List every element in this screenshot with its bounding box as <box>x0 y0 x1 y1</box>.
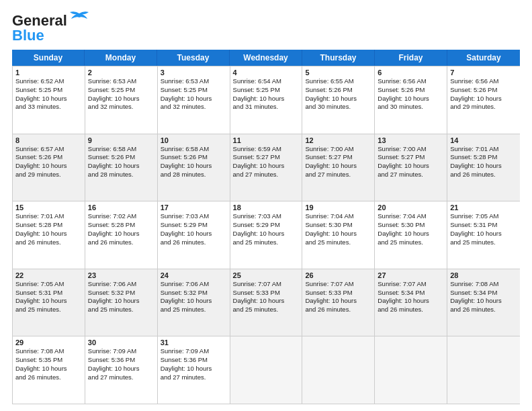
calendar-cell: 28Sunrise: 7:08 AM Sunset: 5:34 PM Dayli… <box>447 269 520 336</box>
day-number: 6 <box>378 68 444 77</box>
day-number: 18 <box>233 203 300 212</box>
day-number: 13 <box>378 136 444 144</box>
day-number: 16 <box>88 203 154 212</box>
calendar-cell: 4Sunrise: 6:54 AM Sunset: 5:25 PM Daylig… <box>230 66 303 134</box>
day-info: Sunrise: 7:08 AM Sunset: 5:35 PM Dayligh… <box>15 347 82 381</box>
day-info: Sunrise: 7:01 AM Sunset: 5:28 PM Dayligh… <box>15 212 82 246</box>
day-info: Sunrise: 6:53 AM Sunset: 5:25 PM Dayligh… <box>161 77 227 111</box>
calendar-cell: 7Sunrise: 6:56 AM Sunset: 5:26 PM Daylig… <box>447 66 520 134</box>
day-number: 8 <box>15 136 82 144</box>
calendar-cell: 16Sunrise: 7:02 AM Sunset: 5:28 PM Dayli… <box>85 201 158 269</box>
day-info: Sunrise: 6:56 AM Sunset: 5:26 PM Dayligh… <box>450 77 517 111</box>
day-number: 14 <box>450 136 517 144</box>
calendar-cell: 12Sunrise: 7:00 AM Sunset: 5:27 PM Dayli… <box>302 134 375 201</box>
calendar-cell: 27Sunrise: 7:07 AM Sunset: 5:34 PM Dayli… <box>375 269 447 336</box>
day-number: 7 <box>450 68 517 77</box>
day-info: Sunrise: 7:05 AM Sunset: 5:31 PM Dayligh… <box>15 280 82 314</box>
day-info: Sunrise: 6:52 AM Sunset: 5:25 PM Dayligh… <box>15 77 82 111</box>
day-number: 31 <box>161 338 227 347</box>
calendar-cell: 6Sunrise: 6:56 AM Sunset: 5:26 PM Daylig… <box>375 66 447 134</box>
day-number: 9 <box>88 136 154 144</box>
calendar: SundayMondayTuesdayWednesdayThursdayFrid… <box>12 50 520 404</box>
day-number: 28 <box>450 271 517 279</box>
day-number: 10 <box>161 136 227 144</box>
calendar-cell <box>230 336 303 404</box>
day-number: 24 <box>161 271 227 279</box>
calendar-cell: 24Sunrise: 7:06 AM Sunset: 5:32 PM Dayli… <box>158 269 230 336</box>
day-number: 21 <box>450 203 517 212</box>
day-number: 2 <box>88 68 154 77</box>
calendar-cell: 3Sunrise: 6:53 AM Sunset: 5:25 PM Daylig… <box>158 66 230 134</box>
day-info: Sunrise: 7:02 AM Sunset: 5:28 PM Dayligh… <box>88 212 154 246</box>
day-info: Sunrise: 6:56 AM Sunset: 5:26 PM Dayligh… <box>378 77 444 111</box>
calendar-cell: 20Sunrise: 7:04 AM Sunset: 5:30 PM Dayli… <box>375 201 447 269</box>
calendar-cell: 1Sunrise: 6:52 AM Sunset: 5:25 PM Daylig… <box>13 66 85 134</box>
calendar-cell: 23Sunrise: 7:06 AM Sunset: 5:32 PM Dayli… <box>85 269 158 336</box>
header-cell-wednesday: Wednesday <box>230 50 302 66</box>
calendar-cell: 31Sunrise: 7:09 AM Sunset: 5:36 PM Dayli… <box>158 336 230 404</box>
day-info: Sunrise: 7:04 AM Sunset: 5:30 PM Dayligh… <box>305 212 371 246</box>
calendar-row-4: 22Sunrise: 7:05 AM Sunset: 5:31 PM Dayli… <box>13 269 520 336</box>
day-number: 25 <box>233 271 300 279</box>
day-number: 17 <box>161 203 227 212</box>
day-info: Sunrise: 7:09 AM Sunset: 5:36 PM Dayligh… <box>88 347 154 381</box>
day-number: 22 <box>15 271 82 279</box>
calendar-cell: 13Sunrise: 7:00 AM Sunset: 5:27 PM Dayli… <box>375 134 447 201</box>
day-info: Sunrise: 7:00 AM Sunset: 5:27 PM Dayligh… <box>378 145 444 179</box>
day-number: 1 <box>15 68 82 77</box>
page: General Blue SundayMondayTuesdayWednesda… <box>0 0 532 411</box>
day-info: Sunrise: 6:54 AM Sunset: 5:25 PM Dayligh… <box>233 77 300 111</box>
calendar-cell: 26Sunrise: 7:07 AM Sunset: 5:33 PM Dayli… <box>302 269 375 336</box>
logo-bird-icon <box>69 11 90 26</box>
calendar-cell: 19Sunrise: 7:04 AM Sunset: 5:30 PM Dayli… <box>302 201 375 269</box>
day-info: Sunrise: 7:03 AM Sunset: 5:29 PM Dayligh… <box>161 212 227 246</box>
day-number: 4 <box>233 68 300 77</box>
calendar-cell: 9Sunrise: 6:58 AM Sunset: 5:26 PM Daylig… <box>85 134 158 201</box>
day-number: 19 <box>305 203 371 212</box>
day-number: 30 <box>88 338 154 347</box>
calendar-header: SundayMondayTuesdayWednesdayThursdayFrid… <box>12 50 520 66</box>
day-info: Sunrise: 7:09 AM Sunset: 5:36 PM Dayligh… <box>161 347 227 381</box>
day-info: Sunrise: 6:53 AM Sunset: 5:25 PM Dayligh… <box>88 77 154 111</box>
day-number: 20 <box>378 203 444 212</box>
day-info: Sunrise: 7:05 AM Sunset: 5:31 PM Dayligh… <box>450 212 517 246</box>
day-info: Sunrise: 7:01 AM Sunset: 5:28 PM Dayligh… <box>450 145 517 179</box>
day-number: 15 <box>15 203 82 212</box>
calendar-cell: 17Sunrise: 7:03 AM Sunset: 5:29 PM Dayli… <box>158 201 230 269</box>
calendar-cell <box>375 336 447 404</box>
calendar-cell: 15Sunrise: 7:01 AM Sunset: 5:28 PM Dayli… <box>13 201 85 269</box>
day-info: Sunrise: 6:58 AM Sunset: 5:26 PM Dayligh… <box>161 145 227 179</box>
header-cell-friday: Friday <box>375 50 447 66</box>
day-info: Sunrise: 6:55 AM Sunset: 5:26 PM Dayligh… <box>305 77 371 111</box>
calendar-body: 1Sunrise: 6:52 AM Sunset: 5:25 PM Daylig… <box>12 66 520 404</box>
day-info: Sunrise: 6:59 AM Sunset: 5:27 PM Dayligh… <box>233 145 300 179</box>
calendar-cell: 22Sunrise: 7:05 AM Sunset: 5:31 PM Dayli… <box>13 269 85 336</box>
day-number: 11 <box>233 136 300 144</box>
day-number: 5 <box>305 68 371 77</box>
calendar-cell: 11Sunrise: 6:59 AM Sunset: 5:27 PM Dayli… <box>230 134 303 201</box>
calendar-cell: 5Sunrise: 6:55 AM Sunset: 5:26 PM Daylig… <box>302 66 375 134</box>
day-info: Sunrise: 7:04 AM Sunset: 5:30 PM Dayligh… <box>378 212 444 246</box>
calendar-cell: 14Sunrise: 7:01 AM Sunset: 5:28 PM Dayli… <box>447 134 520 201</box>
calendar-cell: 21Sunrise: 7:05 AM Sunset: 5:31 PM Dayli… <box>447 201 520 269</box>
calendar-cell: 10Sunrise: 6:58 AM Sunset: 5:26 PM Dayli… <box>158 134 230 201</box>
calendar-row-5: 29Sunrise: 7:08 AM Sunset: 5:35 PM Dayli… <box>13 336 520 404</box>
header-cell-saturday: Saturday <box>447 50 520 66</box>
logo: General Blue <box>12 12 90 44</box>
calendar-cell <box>302 336 375 404</box>
calendar-cell: 30Sunrise: 7:09 AM Sunset: 5:36 PM Dayli… <box>85 336 158 404</box>
calendar-cell: 29Sunrise: 7:08 AM Sunset: 5:35 PM Dayli… <box>13 336 85 404</box>
day-number: 27 <box>378 271 444 279</box>
header-cell-sunday: Sunday <box>12 50 85 66</box>
calendar-cell: 18Sunrise: 7:03 AM Sunset: 5:29 PM Dayli… <box>230 201 303 269</box>
day-info: Sunrise: 6:57 AM Sunset: 5:26 PM Dayligh… <box>15 145 82 179</box>
day-number: 26 <box>305 271 371 279</box>
day-info: Sunrise: 7:06 AM Sunset: 5:32 PM Dayligh… <box>88 280 154 314</box>
day-info: Sunrise: 7:03 AM Sunset: 5:29 PM Dayligh… <box>233 212 300 246</box>
calendar-cell: 2Sunrise: 6:53 AM Sunset: 5:25 PM Daylig… <box>85 66 158 134</box>
calendar-row-2: 8Sunrise: 6:57 AM Sunset: 5:26 PM Daylig… <box>13 134 520 201</box>
calendar-row-3: 15Sunrise: 7:01 AM Sunset: 5:28 PM Dayli… <box>13 201 520 269</box>
header-cell-thursday: Thursday <box>302 50 375 66</box>
calendar-cell <box>447 336 520 404</box>
day-number: 12 <box>305 136 371 144</box>
